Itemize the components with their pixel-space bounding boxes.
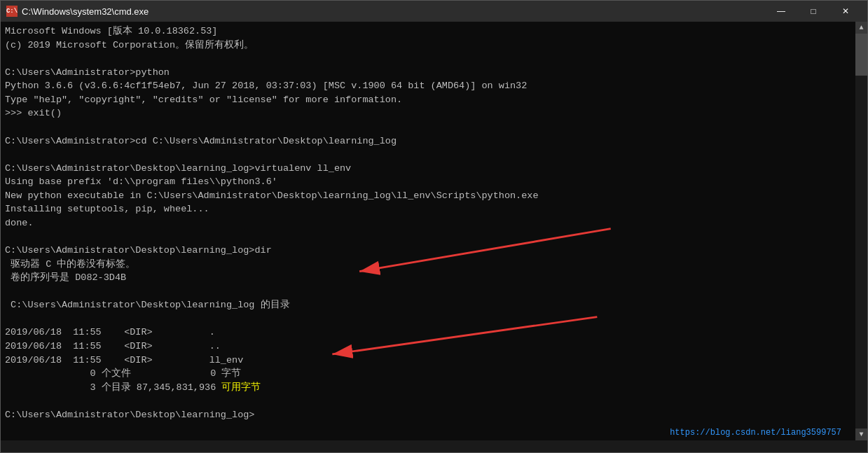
terminal-line: >>> exit() [5, 106, 851, 120]
window-title: C:\Windows\system32\cmd.exe [22, 6, 765, 17]
terminal-line: C:\Users\Administrator>python [5, 66, 851, 80]
terminal-line: Installing setuptools, pip, wheel... [5, 202, 851, 216]
terminal-line: Type "help", "copyright", "credits" or "… [5, 93, 851, 107]
main-area: Microsoft Windows [版本 10.0.18362.53] (c)… [1, 22, 867, 440]
title-bar: C:\ C:\Windows\system32\cmd.exe — □ ✕ [1, 1, 867, 22]
terminal-line: 卷的序列号是 D082-3D4B [5, 271, 851, 285]
scroll-thumb[interactable] [855, 34, 867, 76]
terminal-line: Using base prefix 'd:\\program files\\py… [5, 175, 851, 189]
terminal-line: Microsoft Windows [版本 10.0.18362.53] [5, 25, 851, 39]
terminal-line: C:\Users\Administrator\Desktop\learning_… [5, 162, 851, 176]
content-wrapper: Microsoft Windows [版本 10.0.18362.53] (c)… [1, 22, 855, 440]
terminal-line-ll-env: 2019/06/18 11:55 <DIR> ll_env [5, 354, 851, 368]
terminal-line: (c) 2019 Microsoft Corporation。保留所有权利。 [5, 39, 851, 53]
terminal-line: 0 个文件 0 字节 [5, 367, 851, 381]
terminal-line: 驱动器 C 中的卷没有标签。 [5, 258, 851, 272]
terminal-line: 3 个目录 87,345,831,936 可用字节 [5, 381, 851, 395]
scroll-track[interactable] [855, 34, 867, 428]
close-button[interactable]: ✕ [829, 1, 862, 22]
window-icon: C:\ [6, 6, 18, 17]
terminal-line [5, 230, 851, 244]
terminal-line: New python executable in C:\Users\Admini… [5, 189, 851, 203]
terminal-line [5, 394, 851, 408]
terminal-line: C:\Users\Administrator\Desktop\learning_… [5, 408, 851, 422]
terminal-line: C:\Users\Administrator>cd C:\Users\Admin… [5, 134, 851, 148]
terminal-line: 2019/06/18 11:55 <DIR> . [5, 326, 851, 340]
terminal-line [5, 312, 851, 326]
terminal-output[interactable]: Microsoft Windows [版本 10.0.18362.53] (c)… [1, 22, 855, 440]
terminal-line [5, 285, 851, 299]
terminal-line-dir: C:\Users\Administrator\Desktop\learning_… [5, 244, 851, 258]
window-controls: — □ ✕ [765, 1, 862, 22]
horizontal-scroll-track[interactable] [1, 440, 855, 452]
minimize-button[interactable]: — [765, 1, 797, 22]
scroll-down-arrow[interactable]: ▼ [855, 428, 867, 440]
scrollbar-right[interactable]: ▲ ▼ [855, 22, 867, 440]
terminal-line: done. [5, 216, 851, 230]
terminal-line [5, 52, 851, 66]
terminal-line: 2019/06/18 11:55 <DIR> .. [5, 340, 851, 354]
watermark: https://blog.csdn.net/liang3599757 [670, 428, 841, 438]
maximize-button[interactable]: □ [797, 1, 829, 22]
terminal-line [5, 120, 851, 134]
terminal-line: Python 3.6.6 (v3.6.6:4cf1f54eb7, Jun 27 … [5, 79, 851, 93]
terminal-line [5, 148, 851, 162]
terminal-line: C:\Users\Administrator\Desktop\learning_… [5, 298, 851, 312]
scroll-corner [855, 440, 867, 452]
cmd-window: C:\ C:\Windows\system32\cmd.exe — □ ✕ Mi… [0, 0, 868, 453]
bottom-bar [1, 440, 867, 452]
scroll-up-arrow[interactable]: ▲ [855, 22, 867, 34]
